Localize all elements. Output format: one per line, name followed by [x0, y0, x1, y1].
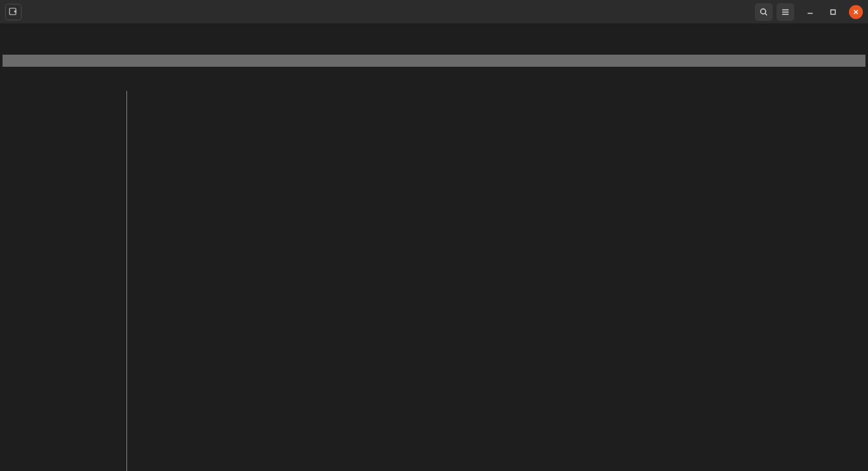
titlebar-left [5, 4, 22, 20]
search-icon [759, 8, 768, 17]
close-button[interactable] [849, 5, 863, 19]
new-tab-button[interactable] [5, 4, 22, 20]
maximize-button[interactable] [826, 5, 840, 19]
minimize-button[interactable] [803, 5, 817, 19]
window-titlebar [0, 0, 868, 24]
titlebar-right [755, 3, 863, 21]
svg-rect-9 [831, 10, 836, 14]
help-bar [3, 55, 865, 67]
minimize-icon [807, 9, 813, 15]
terminal-area[interactable] [0, 24, 868, 471]
hamburger-icon [781, 8, 790, 17]
terminal-inner [3, 31, 865, 461]
main-area [3, 91, 865, 471]
svg-line-4 [765, 13, 767, 15]
new-tab-icon [9, 8, 18, 17]
maximize-icon [830, 9, 836, 15]
close-icon [853, 9, 859, 15]
menu-button[interactable] [776, 3, 794, 21]
folder-sidebar[interactable] [3, 91, 127, 471]
message-index[interactable] [127, 91, 865, 471]
search-button[interactable] [755, 3, 773, 21]
svg-point-3 [761, 9, 766, 14]
